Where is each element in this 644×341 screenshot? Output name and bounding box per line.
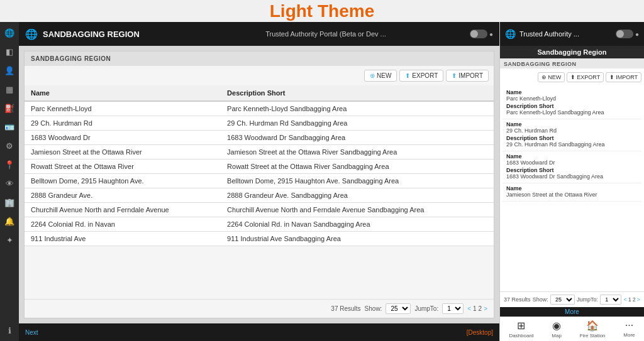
export-icon: ⬆ — [405, 72, 410, 79]
mobile-footer-label: More — [500, 307, 644, 317]
more-label: More — [623, 332, 635, 338]
mobile-record[interactable]: NameParc Kenneth-LloydDescription ShortP… — [502, 87, 641, 119]
mobile-import-icon: ⬆ — [609, 74, 614, 80]
layers-icon[interactable]: ◧ — [3, 45, 16, 58]
toggle-track[interactable] — [470, 30, 487, 38]
mobile-show-select[interactable]: 25 — [550, 295, 575, 305]
desktop-footer: Next [Desktop] — [19, 323, 499, 341]
page-2[interactable]: 2 — [479, 305, 482, 312]
table-cell-desc: 2888 Grandeur Ave. Sandbagging Area — [221, 188, 494, 203]
people-icon[interactable]: 👤 — [3, 63, 16, 77]
table-cell-desc: 29 Ch. Hurdman Rd Sandbagging Area — [221, 116, 494, 131]
desktop-header-title: SANDBAGGING REGION — [43, 30, 182, 39]
alert-icon[interactable]: 🔔 — [3, 214, 16, 228]
prev-page[interactable]: < — [467, 305, 471, 312]
table-cell-name: 911 Industrial Ave — [25, 232, 221, 246]
import-button[interactable]: ⬆ IMPORT — [446, 70, 489, 82]
mobile-name-label: Name — [506, 153, 638, 160]
eye-icon[interactable]: 👁 — [3, 176, 16, 190]
next-page[interactable]: > — [484, 305, 487, 312]
mobile-record[interactable]: Name1683 Woodward DrDescription Short168… — [502, 151, 641, 183]
table-row[interactable]: Belltown Dome, 2915 Haughton Ave.Belltow… — [25, 174, 494, 188]
page-1[interactable]: 1 — [473, 305, 477, 312]
map-label: Map — [552, 333, 562, 338]
fuel-icon[interactable]: ⛽ — [3, 101, 16, 115]
mobile-toggle[interactable]: ● — [616, 30, 639, 38]
info-icon[interactable]: ℹ — [3, 323, 16, 337]
jumpto-select[interactable]: 1 — [442, 303, 464, 314]
mobile-next[interactable]: > — [637, 296, 640, 303]
toggle-thumb — [470, 30, 478, 38]
mobile-toggle-track[interactable] — [616, 30, 633, 38]
table-cell-name: 29 Ch. Hurdman Rd — [25, 116, 221, 131]
show-label: Show: — [365, 305, 382, 312]
mobile-sub-title: Sandbagging Region — [500, 46, 644, 58]
table-cell-name: 1683 Woodward Dr — [25, 131, 221, 145]
id-icon[interactable]: 🪪 — [3, 120, 16, 134]
mobile-new-button[interactable]: ⊕ NEW — [538, 72, 565, 82]
fire-station-icon: 🏠 — [586, 320, 599, 332]
table-row[interactable]: 29 Ch. Hurdman Rd29 Ch. Hurdman Rd Sandb… — [25, 116, 494, 131]
table-cell-desc: 911 Industrial Ave Sandbagging Area — [221, 232, 494, 246]
nav-more[interactable]: ··· More — [623, 320, 635, 338]
mobile-page-2[interactable]: 2 — [633, 296, 636, 303]
mobile-toggle-thumb — [616, 30, 624, 38]
main-container: 🌐 ◧ 👤 ▦ ⛽ 🪪 ⚙ 📍 👁 🏢 🔔 ✦ ℹ 🌐 SANDBAGGING … — [0, 22, 644, 341]
chart-icon[interactable]: ▦ — [3, 82, 16, 96]
desktop-footer-right: [Desktop] — [467, 329, 493, 336]
mobile-prev[interactable]: < — [623, 296, 626, 303]
mobile-name-label: Name — [506, 89, 638, 95]
pagination-nav: < 1 2 > — [467, 305, 487, 312]
mobile-bottom-nav: ⊞ Dashboard ◉ Map 🏠 Fire Station ··· Mor… — [500, 317, 644, 341]
mobile-results: 37 Results — [504, 296, 531, 303]
mobile-name-value: Jamieson Street at the Ottawa River — [506, 192, 638, 198]
table-row[interactable]: 2888 Grandeur Ave.2888 Grandeur Ave. San… — [25, 188, 494, 203]
mobile-desc-label: Description Short — [506, 135, 638, 141]
mobile-import-button[interactable]: ⬆ IMPORT — [606, 72, 641, 82]
location-icon[interactable]: 📍 — [3, 158, 16, 171]
table-row[interactable]: Churchill Avenue North and Ferndale Aven… — [25, 203, 494, 217]
table-cell-desc: 2264 Colonial Rd. in Navan Sandbagging A… — [221, 217, 494, 232]
table-row[interactable]: 1683 Woodward Dr1683 Woodward Dr Sandbag… — [25, 131, 494, 145]
table-cell-desc: Rowatt Street at the Ottawa River Sandba… — [221, 160, 494, 174]
table-cell-desc: 1683 Woodward Dr Sandbagging Area — [221, 131, 494, 145]
mobile-jumpto-select[interactable]: 1 — [600, 295, 621, 305]
mobile-desc-value: 1683 Woodward Dr Sandbagging Area — [506, 173, 638, 180]
table-row[interactable]: Jamieson Street at the Ottawa RiverJamie… — [25, 145, 494, 160]
mobile-desc-label: Description Short — [506, 167, 638, 173]
table-row[interactable]: Rowatt Street at the Ottawa RiverRowatt … — [25, 160, 494, 174]
nav-fire-station[interactable]: 🏠 Fire Station — [580, 320, 606, 338]
nav-map[interactable]: ◉ Map — [552, 320, 562, 338]
col-name: Name — [25, 85, 221, 101]
col-desc: Description Short — [221, 85, 494, 101]
mobile-record[interactable]: Name29 Ch. Hurdman RdDescription Short29… — [502, 119, 641, 151]
mobile-content-wrapper: SANDBAGGING REGION ⊕ NEW ⬆ EXPORT ⬆ IMPO… — [500, 58, 644, 307]
table-cell-name: Belltown Dome, 2915 Haughton Ave. — [25, 174, 221, 188]
building-icon[interactable]: 🏢 — [3, 195, 16, 209]
mobile-name-value: Parc Kenneth-Lloyd — [506, 95, 638, 102]
page-title: Light Theme — [0, 0, 644, 22]
export-button[interactable]: ⬆ EXPORT — [399, 70, 443, 82]
table-cell-name: Rowatt Street at the Ottawa River — [25, 160, 221, 174]
new-button[interactable]: ⊕ NEW — [364, 70, 397, 82]
show-select[interactable]: 25 — [386, 303, 411, 314]
desktop-footer-label: Next — [25, 329, 38, 336]
dashboard-icon: ⊞ — [517, 320, 525, 332]
header-globe-icon: 🌐 — [25, 28, 38, 40]
star-icon[interactable]: ✦ — [3, 233, 16, 247]
settings-icon[interactable]: ⚙ — [3, 139, 16, 153]
data-table-container: Name Description Short Parc Kenneth-Lloy… — [25, 85, 494, 299]
desktop-toggle[interactable]: ● — [470, 30, 493, 38]
desktop-toolbar: ⊕ NEW ⬆ EXPORT ⬆ IMPORT — [25, 66, 494, 85]
mobile-page-1[interactable]: 1 — [628, 296, 631, 303]
mobile-record[interactable]: NameJamieson Street at the Ottawa River — [502, 183, 641, 202]
table-row[interactable]: Parc Kenneth-LloydParc Kenneth-Lloyd San… — [25, 101, 494, 116]
mobile-desc-value: 29 Ch. Hurdman Rd Sandbagging Area — [506, 141, 638, 148]
dashboard-label: Dashboard — [509, 333, 533, 338]
mobile-export-button[interactable]: ⬆ EXPORT — [567, 72, 604, 82]
globe-icon[interactable]: 🌐 — [3, 26, 16, 40]
table-row[interactable]: 2264 Colonial Rd. in Navan2264 Colonial … — [25, 217, 494, 232]
table-row[interactable]: 911 Industrial Ave911 Industrial Ave San… — [25, 232, 494, 246]
nav-dashboard[interactable]: ⊞ Dashboard — [509, 320, 533, 338]
data-table: Name Description Short Parc Kenneth-Lloy… — [25, 85, 494, 246]
